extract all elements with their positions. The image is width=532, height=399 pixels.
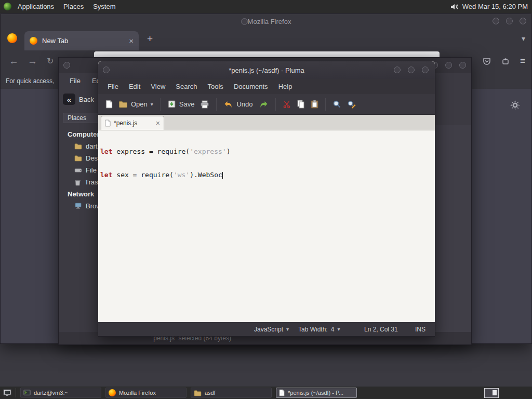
chevron-down-icon: ▾ — [286, 326, 289, 332]
taskbar-separator — [16, 388, 16, 397]
sidebar-label: Computer — [68, 130, 99, 138]
save-button[interactable]: Save — [167, 100, 195, 109]
close-button[interactable] — [520, 18, 526, 24]
menu-icon[interactable]: ≡ — [520, 57, 525, 65]
code-string: 'express' — [190, 148, 226, 155]
code-text: sex = require( — [112, 171, 173, 179]
menu-documents[interactable]: Documents — [229, 83, 273, 90]
document-icon — [105, 119, 111, 127]
code-keyword: let — [100, 171, 112, 179]
taskbar: dartz@vm3:~ Mozilla Firefox asdf *penis.… — [0, 387, 532, 399]
cursor-position-label: Ln 2, Col 31 — [364, 322, 398, 336]
window-menu-button[interactable] — [103, 66, 110, 73]
workspace-switcher[interactable] — [484, 388, 499, 398]
paste-button[interactable] — [311, 100, 318, 109]
folder-icon — [74, 143, 82, 150]
document-tab-label: *penis.js — [114, 119, 137, 127]
menu-applications[interactable]: Applications — [13, 0, 59, 13]
firefox-view-icon[interactable] — [7, 33, 17, 43]
volume-icon[interactable] — [450, 3, 459, 10]
task-button-file-manager[interactable]: asdf — [191, 388, 272, 398]
gear-icon[interactable] — [510, 100, 520, 110]
text-cursor — [222, 172, 223, 179]
maximize-button[interactable] — [408, 66, 415, 73]
distro-menu-icon[interactable] — [4, 3, 11, 10]
pluma-window: *penis.js (~/asdf) - Pluma File Edit Vie… — [98, 61, 435, 337]
terminal-launcher-icon[interactable] — [3, 389, 11, 397]
toolbar-separator — [325, 98, 326, 111]
pluma-titlebar[interactable]: *penis.js (~/asdf) - Pluma — [98, 61, 435, 79]
menu-file[interactable]: File — [102, 83, 124, 90]
replace-button[interactable] — [347, 100, 356, 109]
undo-icon — [223, 100, 233, 109]
menu-places[interactable]: Places — [59, 0, 88, 13]
pluma-window-title: *penis.js (~/asdf) - Pluma — [229, 66, 304, 74]
menu-edit[interactable]: Edit — [124, 83, 145, 90]
close-button[interactable] — [459, 62, 466, 69]
language-label: JavaScript — [254, 326, 283, 333]
print-button[interactable] — [200, 100, 209, 109]
list-all-tabs-icon[interactable]: ▾ — [522, 34, 525, 43]
sidebar-label: Network — [68, 190, 94, 198]
code-text: ) — [227, 148, 231, 155]
new-tab-button[interactable]: + — [147, 33, 153, 45]
back-button[interactable]: « Back — [63, 94, 94, 105]
extensions-icon[interactable] — [501, 57, 510, 65]
terminal-icon — [23, 390, 31, 396]
trash-icon — [74, 179, 81, 186]
close-button[interactable] — [422, 66, 429, 73]
language-dropdown[interactable]: JavaScript ▾ — [254, 322, 289, 336]
maximize-button[interactable] — [506, 18, 513, 24]
open-icon — [118, 100, 128, 108]
firefox-window-title: Mozilla Firefox — [248, 18, 291, 25]
undo-label: Undo — [236, 100, 252, 108]
find-button[interactable] — [332, 100, 341, 109]
forward-icon[interactable]: → — [28, 56, 37, 66]
menu-system[interactable]: System — [88, 0, 120, 13]
code-keyword: let — [100, 148, 112, 155]
menu-file[interactable]: File — [64, 77, 86, 85]
back-icon: « — [63, 94, 75, 105]
menu-search[interactable]: Search — [170, 83, 202, 90]
redo-button[interactable] — [259, 100, 269, 109]
firefox-tab-newtab[interactable]: New Tab × — [24, 31, 139, 50]
task-label: *penis.js (~/asdf) - P... — [288, 390, 343, 396]
clock[interactable]: Wed Mar 15, 6:20 PM — [462, 3, 528, 10]
window-menu-button[interactable] — [241, 18, 248, 25]
text-editor-area[interactable]: let express = require('express') let sex… — [98, 130, 435, 322]
copy-button[interactable] — [297, 100, 305, 109]
menu-tools[interactable]: Tools — [203, 83, 229, 90]
chevron-down-icon[interactable]: ▾ — [151, 101, 153, 107]
tab-width-dropdown[interactable]: Tab Width: 4 ▾ — [298, 322, 340, 336]
tab-title: New Tab — [42, 37, 129, 45]
tab-close-icon[interactable]: × — [129, 36, 134, 45]
task-button-pluma[interactable]: *penis.js (~/asdf) - P... — [276, 388, 357, 398]
firefox-titlebar[interactable]: Mozilla Firefox — [1, 14, 531, 29]
pocket-icon[interactable] — [483, 57, 491, 65]
tab-width-label: Tab Width: — [298, 326, 328, 333]
save-label: Save — [179, 100, 195, 108]
menu-help[interactable]: Help — [273, 83, 298, 90]
undo-button[interactable]: Undo — [223, 100, 252, 109]
minimize-button[interactable] — [394, 66, 401, 73]
firefox-tab-bar: New Tab × + ▾ — [1, 29, 531, 50]
task-button-terminal[interactable]: dartz@vm3:~ — [20, 388, 101, 398]
menu-view[interactable]: View — [145, 83, 170, 90]
tab-close-icon[interactable]: × — [156, 119, 160, 127]
toolbar-separator — [275, 98, 276, 111]
top-panel: Applications Places System Wed Mar 15, 6… — [0, 0, 532, 13]
cut-button[interactable] — [283, 100, 291, 109]
code-text: express = require( — [112, 148, 190, 155]
open-button[interactable]: Open ▾ — [118, 100, 153, 108]
window-menu-button[interactable] — [63, 62, 70, 69]
toolbar-separator — [160, 98, 161, 111]
reload-icon[interactable]: ↻ — [47, 57, 54, 65]
code-line: let express = require('express') — [100, 148, 435, 155]
minimize-button[interactable] — [493, 18, 499, 24]
new-document-button[interactable] — [105, 100, 113, 109]
back-icon[interactable]: ← — [9, 56, 19, 66]
maximize-button[interactable] — [445, 62, 452, 69]
task-button-firefox[interactable]: Mozilla Firefox — [105, 388, 187, 398]
save-icon — [167, 100, 176, 109]
document-tab[interactable]: *penis.js × — [101, 116, 164, 130]
